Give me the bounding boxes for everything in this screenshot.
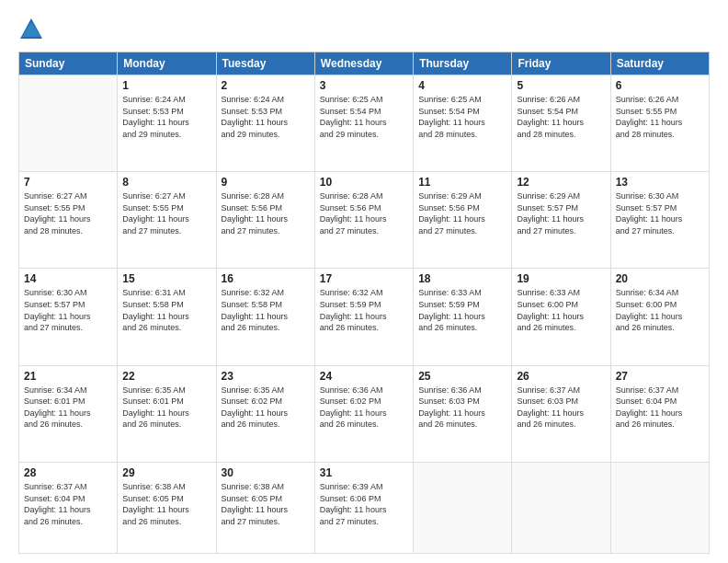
calendar-cell: 26Sunrise: 6:37 AMSunset: 6:03 PMDayligh… xyxy=(512,365,610,462)
weekday-header-saturday: Saturday xyxy=(610,52,709,75)
day-number: 19 xyxy=(517,272,605,285)
calendar-table: SundayMondayTuesdayWednesdayThursdayFrid… xyxy=(18,52,710,554)
calendar-cell: 24Sunrise: 6:36 AMSunset: 6:02 PMDayligh… xyxy=(314,365,413,462)
day-info: Sunrise: 6:27 AMSunset: 5:55 PMDaylight:… xyxy=(122,190,210,236)
calendar-cell: 29Sunrise: 6:38 AMSunset: 6:05 PMDayligh… xyxy=(118,462,216,553)
day-info: Sunrise: 6:38 AMSunset: 6:05 PMDaylight:… xyxy=(122,481,210,527)
day-number: 26 xyxy=(517,370,605,383)
day-number: 3 xyxy=(320,79,408,92)
day-info: Sunrise: 6:28 AMSunset: 5:56 PMDaylight:… xyxy=(222,190,310,236)
day-info: Sunrise: 6:33 AMSunset: 5:59 PMDaylight:… xyxy=(418,287,506,333)
day-info: Sunrise: 6:30 AMSunset: 5:57 PMDaylight:… xyxy=(616,190,704,236)
calendar-cell: 7Sunrise: 6:27 AMSunset: 5:55 PMDaylight… xyxy=(19,172,118,269)
day-number: 8 xyxy=(122,176,210,189)
weekday-header-wednesday: Wednesday xyxy=(314,52,413,75)
logo xyxy=(18,17,48,42)
day-info: Sunrise: 6:36 AMSunset: 6:03 PMDaylight:… xyxy=(418,385,506,431)
day-info: Sunrise: 6:25 AMSunset: 5:54 PMDaylight:… xyxy=(320,94,408,140)
day-info: Sunrise: 6:35 AMSunset: 6:02 PMDaylight:… xyxy=(222,385,310,431)
calendar-cell: 11Sunrise: 6:29 AMSunset: 5:56 PMDayligh… xyxy=(414,172,512,269)
calendar-cell: 14Sunrise: 6:30 AMSunset: 5:57 PMDayligh… xyxy=(19,269,118,365)
day-info: Sunrise: 6:34 AMSunset: 6:01 PMDaylight:… xyxy=(24,385,112,431)
calendar-cell: 19Sunrise: 6:33 AMSunset: 6:00 PMDayligh… xyxy=(512,269,610,365)
day-number: 31 xyxy=(320,466,408,479)
calendar-cell xyxy=(19,75,118,172)
calendar-cell: 4Sunrise: 6:25 AMSunset: 5:54 PMDaylight… xyxy=(414,75,512,172)
calendar-cell: 28Sunrise: 6:37 AMSunset: 6:04 PMDayligh… xyxy=(19,462,118,553)
calendar-cell: 6Sunrise: 6:26 AMSunset: 5:55 PMDaylight… xyxy=(610,75,709,172)
weekday-header-thursday: Thursday xyxy=(414,52,512,75)
day-number: 7 xyxy=(24,176,112,189)
day-number: 9 xyxy=(222,176,310,189)
day-number: 23 xyxy=(222,370,310,383)
day-number: 18 xyxy=(418,272,506,285)
day-number: 21 xyxy=(24,370,112,383)
day-info: Sunrise: 6:32 AMSunset: 5:58 PMDaylight:… xyxy=(222,287,310,333)
day-info: Sunrise: 6:25 AMSunset: 5:54 PMDaylight:… xyxy=(418,94,506,140)
calendar-cell: 5Sunrise: 6:26 AMSunset: 5:54 PMDaylight… xyxy=(512,75,610,172)
day-number: 15 xyxy=(122,272,210,285)
calendar-cell: 15Sunrise: 6:31 AMSunset: 5:58 PMDayligh… xyxy=(118,269,216,365)
day-number: 29 xyxy=(122,466,210,479)
weekday-header-sunday: Sunday xyxy=(19,52,118,75)
day-info: Sunrise: 6:36 AMSunset: 6:02 PMDaylight:… xyxy=(320,385,408,431)
calendar-cell: 21Sunrise: 6:34 AMSunset: 6:01 PMDayligh… xyxy=(19,365,118,462)
day-info: Sunrise: 6:29 AMSunset: 5:56 PMDaylight:… xyxy=(418,190,506,236)
logo-icon xyxy=(18,17,44,42)
calendar-cell: 22Sunrise: 6:35 AMSunset: 6:01 PMDayligh… xyxy=(118,365,216,462)
day-number: 30 xyxy=(222,466,310,479)
day-number: 24 xyxy=(320,370,408,383)
day-number: 4 xyxy=(418,79,506,92)
day-number: 1 xyxy=(122,79,210,92)
calendar-cell: 18Sunrise: 6:33 AMSunset: 5:59 PMDayligh… xyxy=(414,269,512,365)
calendar-cell: 23Sunrise: 6:35 AMSunset: 6:02 PMDayligh… xyxy=(216,365,314,462)
calendar-cell: 16Sunrise: 6:32 AMSunset: 5:58 PMDayligh… xyxy=(216,269,314,365)
calendar-cell: 25Sunrise: 6:36 AMSunset: 6:03 PMDayligh… xyxy=(414,365,512,462)
day-info: Sunrise: 6:37 AMSunset: 6:04 PMDaylight:… xyxy=(24,481,112,527)
day-number: 20 xyxy=(616,272,704,285)
day-info: Sunrise: 6:27 AMSunset: 5:55 PMDaylight:… xyxy=(24,190,112,236)
day-info: Sunrise: 6:38 AMSunset: 6:05 PMDaylight:… xyxy=(222,481,310,527)
day-number: 12 xyxy=(517,176,605,189)
calendar-cell: 9Sunrise: 6:28 AMSunset: 5:56 PMDaylight… xyxy=(216,172,314,269)
calendar-cell: 30Sunrise: 6:38 AMSunset: 6:05 PMDayligh… xyxy=(216,462,314,553)
calendar-cell: 3Sunrise: 6:25 AMSunset: 5:54 PMDaylight… xyxy=(314,75,413,172)
weekday-header-friday: Friday xyxy=(512,52,610,75)
day-number: 28 xyxy=(24,466,112,479)
day-info: Sunrise: 6:24 AMSunset: 5:53 PMDaylight:… xyxy=(222,94,310,140)
day-number: 16 xyxy=(222,272,310,285)
calendar-cell: 10Sunrise: 6:28 AMSunset: 5:56 PMDayligh… xyxy=(314,172,413,269)
day-number: 14 xyxy=(24,272,112,285)
day-info: Sunrise: 6:30 AMSunset: 5:57 PMDaylight:… xyxy=(24,287,112,333)
svg-marker-1 xyxy=(22,22,40,37)
day-info: Sunrise: 6:26 AMSunset: 5:55 PMDaylight:… xyxy=(616,94,704,140)
calendar-cell: 17Sunrise: 6:32 AMSunset: 5:59 PMDayligh… xyxy=(314,269,413,365)
day-info: Sunrise: 6:37 AMSunset: 6:03 PMDaylight:… xyxy=(517,385,605,431)
calendar-cell xyxy=(512,462,610,553)
calendar-cell: 13Sunrise: 6:30 AMSunset: 5:57 PMDayligh… xyxy=(610,172,709,269)
weekday-header-tuesday: Tuesday xyxy=(216,52,314,75)
page: SundayMondayTuesdayWednesdayThursdayFrid… xyxy=(0,0,728,563)
day-info: Sunrise: 6:34 AMSunset: 6:00 PMDaylight:… xyxy=(616,287,704,333)
calendar-cell xyxy=(414,462,512,553)
day-info: Sunrise: 6:39 AMSunset: 6:06 PMDaylight:… xyxy=(320,481,408,527)
day-info: Sunrise: 6:35 AMSunset: 6:01 PMDaylight:… xyxy=(122,385,210,431)
day-info: Sunrise: 6:31 AMSunset: 5:58 PMDaylight:… xyxy=(122,287,210,333)
day-number: 6 xyxy=(616,79,704,92)
day-info: Sunrise: 6:33 AMSunset: 6:00 PMDaylight:… xyxy=(517,287,605,333)
weekday-header-monday: Monday xyxy=(118,52,216,75)
day-info: Sunrise: 6:28 AMSunset: 5:56 PMDaylight:… xyxy=(320,190,408,236)
calendar-cell: 20Sunrise: 6:34 AMSunset: 6:00 PMDayligh… xyxy=(610,269,709,365)
day-number: 2 xyxy=(222,79,310,92)
calendar-cell: 31Sunrise: 6:39 AMSunset: 6:06 PMDayligh… xyxy=(314,462,413,553)
day-info: Sunrise: 6:37 AMSunset: 6:04 PMDaylight:… xyxy=(616,385,704,431)
header xyxy=(18,17,710,42)
day-info: Sunrise: 6:26 AMSunset: 5:54 PMDaylight:… xyxy=(517,94,605,140)
day-number: 27 xyxy=(616,370,704,383)
day-number: 10 xyxy=(320,176,408,189)
day-number: 25 xyxy=(418,370,506,383)
calendar-cell: 8Sunrise: 6:27 AMSunset: 5:55 PMDaylight… xyxy=(118,172,216,269)
calendar-cell xyxy=(610,462,709,553)
day-info: Sunrise: 6:29 AMSunset: 5:57 PMDaylight:… xyxy=(517,190,605,236)
calendar-cell: 1Sunrise: 6:24 AMSunset: 5:53 PMDaylight… xyxy=(118,75,216,172)
